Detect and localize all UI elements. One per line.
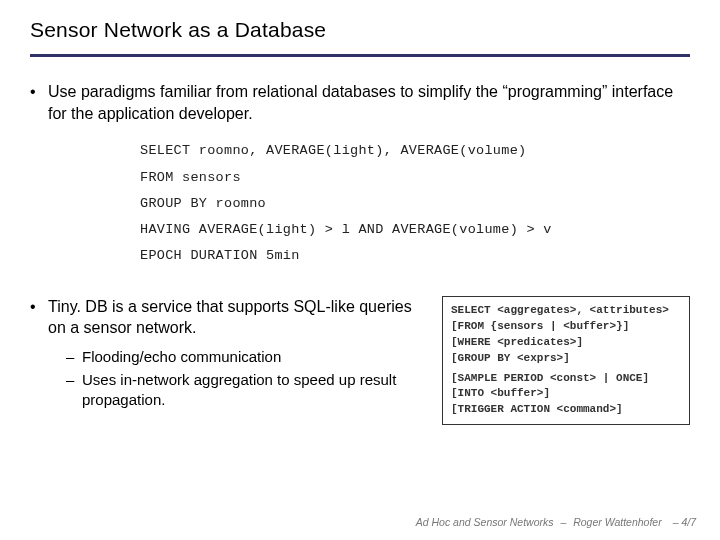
syntax-line: [TRIGGER ACTION <command>] xyxy=(451,402,681,418)
syntax-line: [FROM {sensors | <buffer>}] xyxy=(451,319,681,335)
syntax-line: [GROUP BY <exprs>] xyxy=(451,351,681,367)
sql-line: FROM sensors xyxy=(140,165,690,191)
syntax-line: [WHERE <predicates>] xyxy=(451,335,681,351)
lower-left-column: Tiny. DB is a service that supports SQL-… xyxy=(30,296,430,411)
sub-bullet-2: Uses in-network aggregation to speed up … xyxy=(66,370,430,411)
footer-author: Roger Wattenhofer xyxy=(573,516,662,528)
sub-bullet-text: Uses in-network aggregation to speed up … xyxy=(82,370,430,411)
slide: Sensor Network as a Database Use paradig… xyxy=(0,0,720,540)
dash-icon xyxy=(66,370,82,390)
footer-separator: – xyxy=(560,516,566,528)
sql-line: EPOCH DURATION 5min xyxy=(140,243,690,269)
footer-page: – 4/7 xyxy=(673,516,696,528)
sub-bullet-1: Flooding/echo communication xyxy=(66,347,430,367)
sql-line: HAVING AVERAGE(light) > l AND AVERAGE(vo… xyxy=(140,217,690,243)
title-underline xyxy=(30,54,690,57)
bullet-item-1: Use paradigms familiar from relational d… xyxy=(30,81,690,124)
bullet-text: Tiny. DB is a service that supports SQL-… xyxy=(48,296,430,339)
sql-line: GROUP BY roomno xyxy=(140,191,690,217)
bullet-text: Use paradigms familiar from relational d… xyxy=(48,81,690,124)
syntax-line: [SAMPLE PERIOD <const> | ONCE] xyxy=(451,371,681,387)
slide-title: Sensor Network as a Database xyxy=(30,18,690,52)
dash-icon xyxy=(66,347,82,367)
slide-footer: Ad Hoc and Sensor Networks – Roger Watte… xyxy=(416,516,696,528)
syntax-line: SELECT <aggregates>, <attributes> xyxy=(451,303,681,319)
sql-syntax-box: SELECT <aggregates>, <attributes> [FROM … xyxy=(442,296,690,426)
bullet-item-2: Tiny. DB is a service that supports SQL-… xyxy=(30,296,430,339)
lower-row: Tiny. DB is a service that supports SQL-… xyxy=(30,296,690,426)
sql-line: SELECT roomno, AVERAGE(light), AVERAGE(v… xyxy=(140,138,690,164)
syntax-line: [INTO <buffer>] xyxy=(451,386,681,402)
sub-bullet-text: Flooding/echo communication xyxy=(82,347,430,367)
bullet-dot-icon xyxy=(30,81,48,103)
bullet-dot-icon xyxy=(30,296,48,318)
footer-course: Ad Hoc and Sensor Networks xyxy=(416,516,554,528)
sql-example-block: SELECT roomno, AVERAGE(light), AVERAGE(v… xyxy=(140,138,690,270)
